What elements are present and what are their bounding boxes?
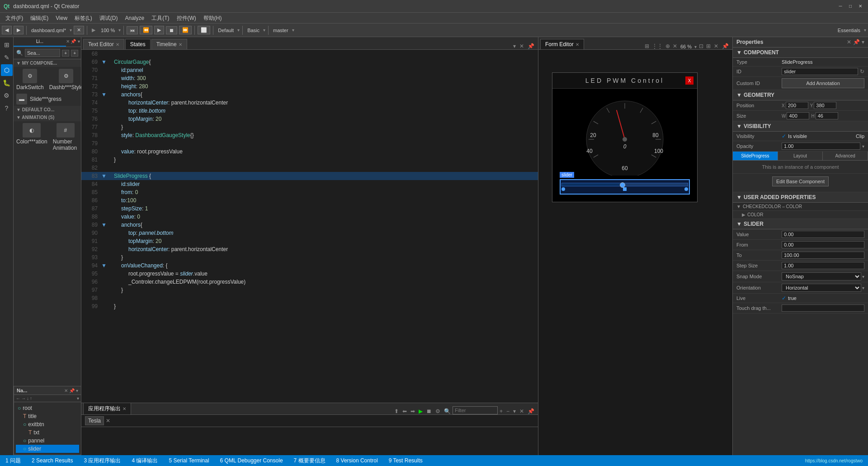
advanced-tab[interactable]: Advanced: [823, 152, 868, 160]
tab-states[interactable]: States: [125, 39, 151, 49]
form-fit-icon[interactable]: ⊡: [698, 43, 705, 49]
status-app-output[interactable]: 3 应用程序输出: [82, 457, 123, 465]
output-settings-btn[interactable]: ⚙: [434, 408, 442, 414]
value-prop-input[interactable]: [782, 231, 864, 238]
output-back-btn[interactable]: ➡: [409, 408, 417, 414]
snap-select[interactable]: NoSnap SnapAlways SnapOnRelease: [782, 272, 861, 281]
component-search-input[interactable]: [25, 49, 60, 57]
nav-item-root[interactable]: ○ root: [16, 404, 79, 412]
close-form-editor-tab[interactable]: ✕: [576, 42, 579, 47]
nav-pin[interactable]: 📌: [69, 388, 75, 393]
close-timeline-tab[interactable]: ✕: [179, 42, 182, 47]
checkedcolor-triangle[interactable]: ▼: [736, 204, 741, 209]
slider-track[interactable]: [561, 183, 688, 186]
form-grid-icon[interactable]: ⊞: [643, 43, 651, 49]
close-button[interactable]: ✕: [856, 2, 864, 10]
menu-file[interactable]: 文件(F): [2, 13, 27, 24]
minimize-button[interactable]: ─: [836, 2, 844, 10]
size-w-input[interactable]: [787, 112, 809, 119]
editor-dropdown[interactable]: ▾: [511, 43, 518, 49]
properties-close[interactable]: ✕: [847, 39, 851, 45]
menu-tools[interactable]: 工具(T): [148, 13, 173, 24]
pos-x-input[interactable]: [786, 102, 808, 109]
form-dots-icon[interactable]: ⋮⋮: [651, 43, 664, 49]
form-pin-panel-icon[interactable]: 📌: [720, 43, 731, 49]
id-input[interactable]: [782, 68, 858, 75]
form-mode-icon[interactable]: ✕: [671, 43, 679, 49]
help-nav-btn[interactable]: ?: [1, 102, 13, 114]
close-output-tab[interactable]: ✕: [123, 406, 126, 411]
design-nav-btn[interactable]: ⬡: [1, 64, 13, 76]
resize-handle-right[interactable]: [684, 187, 688, 191]
close-panel-icon[interactable]: ✕: [66, 37, 70, 47]
welcome-nav-btn[interactable]: ⊞: [1, 39, 13, 51]
media-stop[interactable]: ⏹: [166, 26, 177, 34]
code-editor[interactable]: 68 69 ▼ CircularGauge{ 70 id:pannel 71 w…: [81, 50, 538, 403]
close-run-config[interactable]: ✕: [106, 418, 110, 424]
screen-btn[interactable]: ⬜: [198, 26, 210, 34]
nav-back-button[interactable]: ◀: [2, 26, 12, 34]
slide-progress-tab[interactable]: SlideProgress: [733, 152, 778, 160]
project-nav-btn[interactable]: ⚙: [1, 90, 13, 101]
output-clear-btn[interactable]: +: [498, 408, 505, 414]
form-expand-icon[interactable]: ⊞: [705, 43, 712, 49]
nav-close[interactable]: ✕: [64, 388, 68, 393]
properties-pin[interactable]: 📌: [853, 39, 860, 45]
output-tab-app[interactable]: 应用程序输出 ✕: [83, 403, 131, 414]
canvas-close-button[interactable]: X: [685, 76, 693, 85]
close-text-editor-tab[interactable]: ✕: [116, 42, 119, 47]
status-compile[interactable]: 4 编译输出: [130, 457, 160, 465]
menu-help[interactable]: 帮助(H): [200, 13, 226, 24]
menu-debug[interactable]: 调试(D): [96, 13, 122, 24]
output-collapse-icon[interactable]: ▾: [511, 408, 518, 414]
output-filter-input[interactable]: [453, 406, 498, 414]
add-component-button2[interactable]: +: [71, 50, 78, 57]
pos-y-input[interactable]: [814, 102, 836, 109]
nav-item-title[interactable]: T title: [16, 412, 79, 420]
resize-handle-center[interactable]: [623, 187, 627, 191]
debug-nav-btn[interactable]: 🐛: [1, 77, 13, 89]
output-stop-btn[interactable]: ⏹: [425, 408, 434, 414]
form-snap-icon[interactable]: ⊕: [664, 43, 671, 49]
menu-analyze[interactable]: Analyze: [121, 13, 148, 24]
close-file-button[interactable]: ✕: [74, 26, 84, 34]
form-close-panel-icon[interactable]: ✕: [712, 43, 720, 49]
menu-view[interactable]: View: [52, 13, 71, 24]
status-test-results[interactable]: 9 Test Results: [387, 457, 425, 464]
slider-thumb[interactable]: [620, 182, 625, 188]
menu-controls[interactable]: 控件(W): [173, 13, 200, 24]
size-h-input[interactable]: [816, 112, 838, 119]
from-prop-input[interactable]: [782, 241, 864, 248]
nav-item-exitbtn[interactable]: ○ exitbtn: [16, 420, 79, 428]
color-triangle[interactable]: ▶: [742, 212, 745, 217]
output-up-btn[interactable]: ⬆: [392, 408, 401, 414]
resize-handle-left[interactable]: [561, 187, 565, 191]
slider-area[interactable]: slider: [560, 179, 690, 195]
tab-timeline[interactable]: Timeline ✕: [151, 39, 187, 49]
my-components-section[interactable]: ▼ MY COMPONE...: [14, 59, 81, 67]
dark-switch-component[interactable]: ⚙ DarkSwitch: [14, 67, 47, 92]
tab-text-editor[interactable]: Text Editor ✕: [83, 39, 124, 49]
editor-close[interactable]: ✕: [518, 43, 526, 49]
output-close-icon[interactable]: ✕: [518, 408, 526, 414]
nav-item-slider[interactable]: ○ slider: [16, 445, 79, 453]
animation-section[interactable]: ▼ ANIMATION (S): [14, 114, 81, 121]
expand-panel-icon[interactable]: ▾: [77, 37, 81, 47]
media-prev[interactable]: ⏮: [127, 26, 138, 34]
output-pin-icon[interactable]: 📌: [526, 408, 536, 414]
default-comp-section[interactable]: ▼ DEFAULT CO...: [14, 106, 81, 114]
id-refresh-icon[interactable]: ↻: [860, 68, 864, 75]
color-animation-component[interactable]: ◐ Color***ation: [14, 121, 50, 153]
nav-forward-button[interactable]: ▶: [14, 26, 24, 34]
media-fwd[interactable]: ⏩: [179, 26, 192, 34]
edit-nav-btn[interactable]: ✎: [1, 52, 13, 63]
orientation-select[interactable]: Horizontal Vertical: [782, 284, 861, 292]
editor-pin[interactable]: 📌: [526, 43, 536, 49]
nav-item-pannel[interactable]: ○ pannel: [16, 437, 79, 445]
status-summary[interactable]: 7 概要要信息: [292, 457, 327, 465]
maximize-button[interactable]: □: [846, 2, 854, 10]
opacity-input[interactable]: [782, 143, 860, 150]
status-url[interactable]: https://blog.csdn.net/rogstwo: [803, 458, 864, 463]
step-prop-input[interactable]: [782, 262, 864, 269]
media-back[interactable]: ⏪: [140, 26, 152, 34]
